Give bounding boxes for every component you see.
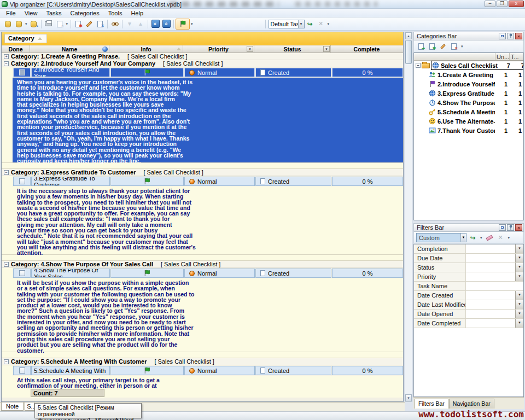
new-database-icon[interactable] — [2, 19, 13, 30]
task-checkbox[interactable] — [19, 270, 25, 276]
task-complete-cell[interactable]: 0 % — [332, 269, 403, 278]
filter-value[interactable] — [466, 282, 523, 290]
task-name-cell[interactable]: 2.Introduce Yourself And Your — [31, 68, 110, 77]
group-by-category-button[interactable]: Category — [4, 34, 47, 43]
filters-toolbar-overflow[interactable]: ▾ — [508, 236, 510, 240]
tree-item-6[interactable]: 6.Use The Alternate-Of-Ch 1 1 — [414, 116, 523, 126]
filter-value[interactable] — [466, 244, 515, 253]
delete-task-icon[interactable]: ✕ — [95, 19, 106, 30]
add-category-icon[interactable]: ➜ — [416, 42, 425, 51]
clear-view-icon[interactable]: ✕ — [316, 19, 326, 30]
panel-restore-icon[interactable] — [499, 33, 506, 39]
view-eye-icon[interactable] — [109, 19, 120, 30]
task-note-3[interactable]: It is the necessary step to always thank… — [2, 186, 403, 254]
filter-value[interactable] — [466, 300, 515, 309]
expand-all-icon[interactable]: » — [150, 19, 161, 30]
task-complete-cell[interactable]: 0 % — [332, 68, 403, 77]
tab-partial[interactable]: S... — [25, 402, 34, 411]
tree-item-root[interactable]: − Sales Call Checklist 7 7 — [414, 61, 523, 70]
grid-vertical-scrollbar[interactable]: ▲ ▼ — [405, 32, 412, 402]
tree-item-3[interactable]: 3.Express Gratitude To Cu 1 1 — [414, 89, 523, 98]
task-row-4[interactable]: 4.Show The Purpose Of Your Sales Normal … — [2, 268, 403, 278]
tree-item-5[interactable]: 5.Schedule A Meeting Wit 1 1 — [414, 107, 523, 116]
task-checkbox[interactable] — [19, 368, 25, 374]
delete-category-icon[interactable]: ✕ — [449, 42, 458, 51]
filter-dropdown-icon[interactable]: ▼ — [515, 244, 523, 253]
task-priority-cell[interactable]: Normal — [184, 177, 255, 186]
column-undone[interactable]: Un... — [495, 53, 509, 60]
task-checkbox[interactable] — [19, 69, 25, 75]
menu-help[interactable]: Help — [127, 9, 147, 17]
remove-filter-icon[interactable]: ✕ — [496, 234, 505, 242]
tab-filters-bar[interactable]: Filters Bar — [415, 399, 448, 409]
task-name-cell[interactable]: 4.Show The Purpose Of Your Sales — [31, 269, 110, 278]
filter-value[interactable] — [466, 272, 515, 281]
task-note-5[interactable]: At this sales call step, your primary ta… — [2, 376, 403, 388]
collapse-icon[interactable]: − — [416, 63, 421, 68]
panel-pin-icon[interactable] — [507, 224, 514, 231]
panel-close-icon[interactable]: × — [515, 33, 522, 39]
column-priority[interactable]: Priority▼ — [183, 45, 254, 52]
maximize-button[interactable]: ❐ — [497, 1, 508, 7]
clear-filter-icon[interactable] — [485, 234, 494, 242]
collapse-icon[interactable]: − — [4, 61, 9, 66]
scroll-thumb[interactable] — [405, 40, 412, 64]
filter-dropdown-icon[interactable]: ▼ — [515, 300, 523, 309]
toolbar-overflow[interactable]: ▾ — [328, 22, 330, 26]
group-header-5[interactable]: − Category: 5.Schedule A Meeting With Cu… — [2, 358, 403, 365]
filter-value[interactable] — [466, 319, 515, 328]
close-button[interactable]: x — [509, 1, 524, 7]
task-row-2[interactable]: 2.Introduce Yourself And Your Normal Cre… — [2, 67, 403, 78]
collapse-all-icon[interactable]: » — [161, 19, 172, 30]
menu-categories[interactable]: Categories — [67, 9, 103, 17]
task-status-cell[interactable]: Created — [255, 366, 331, 375]
panel-close-icon[interactable]: × — [515, 224, 522, 231]
column-done[interactable]: Done — [2, 45, 30, 52]
column-info[interactable]: Info — [109, 45, 183, 52]
collapse-icon[interactable]: − — [4, 262, 9, 267]
menu-tools[interactable]: Tools — [104, 9, 126, 17]
filter-preset-combo[interactable]: Custom ▼ — [416, 233, 466, 242]
collapse-icon[interactable]: − — [4, 359, 9, 364]
minimize-button[interactable]: – — [485, 1, 495, 7]
flag-filter-dropdown[interactable]: ▾ — [191, 22, 193, 26]
task-view-combo[interactable]: Default Task V ▼ — [269, 20, 305, 28]
filter-value[interactable] — [466, 310, 515, 318]
menu-file[interactable]: File — [2, 9, 20, 17]
priority-filter-dropdown[interactable]: ▼ — [247, 46, 253, 52]
task-status-cell[interactable]: Created — [255, 68, 331, 77]
filter-value[interactable] — [466, 254, 515, 262]
task-info-cell[interactable] — [110, 68, 184, 77]
task-name-cell[interactable]: 3.Express Gratitude To Customer — [31, 177, 110, 186]
filter-value[interactable] — [466, 291, 515, 300]
group-header-4[interactable]: − Category: 4.Show The Purpose Of Your S… — [2, 261, 403, 268]
task-info-cell[interactable] — [110, 366, 184, 375]
menu-tasks[interactable]: Tasks — [42, 9, 65, 17]
expand-icon[interactable]: + — [4, 54, 9, 59]
task-note-2[interactable]: When you are hearing your customer's voi… — [2, 78, 403, 162]
task-note-4[interactable]: It will be best if you show the purpose … — [2, 278, 403, 352]
task-name-cell[interactable]: 5.Schedule A Meeting With — [31, 366, 110, 375]
filter-dropdown-icon[interactable]: ▼ — [515, 319, 523, 328]
collapse-icon[interactable]: − — [4, 170, 9, 175]
column-complete[interactable]: Complete — [331, 45, 402, 52]
task-row-3[interactable]: 3.Express Gratitude To Customer Normal C… — [2, 176, 403, 186]
task-row-5[interactable]: 5.Schedule A Meeting With Normal Created… — [2, 365, 403, 376]
categories-toolbar-overflow[interactable]: ▾ — [461, 44, 463, 49]
print-dropdown[interactable]: ▾ — [66, 22, 68, 26]
combo-arrow-icon[interactable]: ▼ — [298, 20, 304, 28]
task-status-cell[interactable]: Created — [255, 269, 331, 278]
edit-category-icon[interactable] — [438, 42, 447, 51]
tab-note[interactable]: Note — [1, 402, 24, 411]
task-status-cell[interactable]: Created — [255, 177, 331, 186]
panel-pin-icon[interactable] — [507, 33, 514, 39]
add-subcategory-icon[interactable]: ✱ — [427, 42, 436, 51]
scroll-up-button[interactable]: ▲ — [405, 32, 412, 39]
filter-dropdown-icon[interactable]: ▼ — [515, 263, 523, 272]
tree-item-4[interactable]: 4.Show The Purpose Of Y 1 1 — [414, 98, 523, 107]
save-database-icon[interactable]: ▪ — [28, 19, 39, 30]
flag-filter-button[interactable] — [176, 19, 190, 30]
apply-filter-dropdown[interactable]: ▾ — [480, 236, 482, 240]
group-header-2[interactable]: − Category: 2.Introduce Yourself And You… — [2, 60, 403, 67]
column-name[interactable]: Name — [30, 45, 109, 52]
